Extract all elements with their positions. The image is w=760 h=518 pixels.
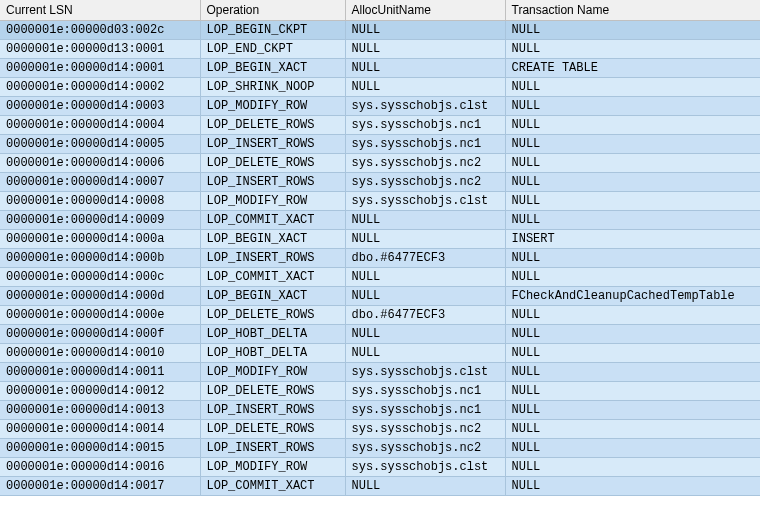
table-row[interactable]: 0000001e:00000d14:000aLOP_BEGIN_XACTNULL… [0,230,760,249]
cell-operation: LOP_MODIFY_ROW [200,97,345,116]
cell-transactionName: NULL [505,268,760,287]
cell-lsn: 0000001e:00000d14:0008 [0,192,200,211]
table-row[interactable]: 0000001e:00000d14:0004LOP_DELETE_ROWSsys… [0,116,760,135]
cell-transactionName: NULL [505,344,760,363]
cell-allocUnitName: dbo.#6477ECF3 [345,306,505,325]
table-row[interactable]: 0000001e:00000d14:0008LOP_MODIFY_ROWsys.… [0,192,760,211]
header-row: Current LSN Operation AllocUnitName Tran… [0,0,760,21]
table-row[interactable]: 0000001e:00000d03:002cLOP_BEGIN_CKPTNULL… [0,21,760,40]
cell-allocUnitName: NULL [345,477,505,496]
cell-transactionName: NULL [505,97,760,116]
cell-allocUnitName: sys.sysschobjs.clst [345,458,505,477]
cell-lsn: 0000001e:00000d14:0003 [0,97,200,116]
cell-allocUnitName: sys.sysschobjs.nc1 [345,382,505,401]
table-row[interactable]: 0000001e:00000d14:0002LOP_SHRINK_NOOPNUL… [0,78,760,97]
cell-transactionName: NULL [505,477,760,496]
log-grid[interactable]: Current LSN Operation AllocUnitName Tran… [0,0,760,496]
cell-operation: LOP_SHRINK_NOOP [200,78,345,97]
cell-operation: LOP_DELETE_ROWS [200,154,345,173]
table-row[interactable]: 0000001e:00000d14:0009LOP_COMMIT_XACTNUL… [0,211,760,230]
cell-operation: LOP_BEGIN_XACT [200,230,345,249]
table-row[interactable]: 0000001e:00000d14:000cLOP_COMMIT_XACTNUL… [0,268,760,287]
table-row[interactable]: 0000001e:00000d14:0010LOP_HOBT_DELTANULL… [0,344,760,363]
cell-transactionName: NULL [505,382,760,401]
cell-transactionName: FCheckAndCleanupCachedTempTable [505,287,760,306]
cell-allocUnitName: sys.sysschobjs.clst [345,192,505,211]
cell-operation: LOP_HOBT_DELTA [200,325,345,344]
cell-transactionName: NULL [505,401,760,420]
cell-operation: LOP_COMMIT_XACT [200,477,345,496]
cell-lsn: 0000001e:00000d14:0012 [0,382,200,401]
table-row[interactable]: 0000001e:00000d14:0016LOP_MODIFY_ROWsys.… [0,458,760,477]
cell-lsn: 0000001e:00000d14:000d [0,287,200,306]
table-row[interactable]: 0000001e:00000d13:0001LOP_END_CKPTNULLNU… [0,40,760,59]
cell-lsn: 0000001e:00000d14:0001 [0,59,200,78]
cell-allocUnitName: dbo.#6477ECF3 [345,249,505,268]
column-header-operation[interactable]: Operation [200,0,345,21]
cell-transactionName: NULL [505,78,760,97]
cell-allocUnitName: NULL [345,78,505,97]
cell-transactionName: NULL [505,363,760,382]
cell-transactionName: NULL [505,40,760,59]
table-row[interactable]: 0000001e:00000d14:0017LOP_COMMIT_XACTNUL… [0,477,760,496]
table-row[interactable]: 0000001e:00000d14:0011LOP_MODIFY_ROWsys.… [0,363,760,382]
cell-transactionName: NULL [505,116,760,135]
cell-allocUnitName: sys.sysschobjs.nc2 [345,439,505,458]
cell-transactionName: NULL [505,192,760,211]
cell-allocUnitName: sys.sysschobjs.nc2 [345,173,505,192]
table-row[interactable]: 0000001e:00000d14:0014LOP_DELETE_ROWSsys… [0,420,760,439]
cell-allocUnitName: sys.sysschobjs.clst [345,97,505,116]
cell-operation: LOP_MODIFY_ROW [200,363,345,382]
table-row[interactable]: 0000001e:00000d14:000fLOP_HOBT_DELTANULL… [0,325,760,344]
cell-lsn: 0000001e:00000d14:000e [0,306,200,325]
cell-lsn: 0000001e:00000d14:0011 [0,363,200,382]
column-header-allocunitname[interactable]: AllocUnitName [345,0,505,21]
table-row[interactable]: 0000001e:00000d14:0007LOP_INSERT_ROWSsys… [0,173,760,192]
cell-operation: LOP_INSERT_ROWS [200,439,345,458]
cell-allocUnitName: NULL [345,211,505,230]
table-row[interactable]: 0000001e:00000d14:0005LOP_INSERT_ROWSsys… [0,135,760,154]
cell-lsn: 0000001e:00000d14:0006 [0,154,200,173]
cell-operation: LOP_DELETE_ROWS [200,420,345,439]
cell-transactionName: CREATE TABLE [505,59,760,78]
cell-operation: LOP_DELETE_ROWS [200,306,345,325]
cell-lsn: 0000001e:00000d14:000b [0,249,200,268]
cell-transactionName: NULL [505,458,760,477]
cell-allocUnitName: sys.sysschobjs.clst [345,363,505,382]
cell-lsn: 0000001e:00000d14:0004 [0,116,200,135]
cell-allocUnitName: NULL [345,268,505,287]
cell-operation: LOP_MODIFY_ROW [200,458,345,477]
cell-lsn: 0000001e:00000d14:0007 [0,173,200,192]
cell-lsn: 0000001e:00000d14:0013 [0,401,200,420]
cell-allocUnitName: NULL [345,287,505,306]
table-row[interactable]: 0000001e:00000d14:0012LOP_DELETE_ROWSsys… [0,382,760,401]
cell-lsn: 0000001e:00000d14:0014 [0,420,200,439]
table-row[interactable]: 0000001e:00000d14:0001LOP_BEGIN_XACTNULL… [0,59,760,78]
cell-allocUnitName: NULL [345,344,505,363]
cell-transactionName: NULL [505,325,760,344]
table-row[interactable]: 0000001e:00000d14:000bLOP_INSERT_ROWSdbo… [0,249,760,268]
table-row[interactable]: 0000001e:00000d14:0013LOP_INSERT_ROWSsys… [0,401,760,420]
cell-allocUnitName: sys.sysschobjs.nc1 [345,135,505,154]
cell-lsn: 0000001e:00000d14:000f [0,325,200,344]
table-row[interactable]: 0000001e:00000d14:0003LOP_MODIFY_ROWsys.… [0,97,760,116]
cell-allocUnitName: sys.sysschobjs.nc1 [345,116,505,135]
cell-operation: LOP_INSERT_ROWS [200,173,345,192]
cell-operation: LOP_BEGIN_CKPT [200,21,345,40]
column-header-transactionname[interactable]: Transaction Name [505,0,760,21]
cell-allocUnitName: sys.sysschobjs.nc1 [345,401,505,420]
cell-operation: LOP_INSERT_ROWS [200,249,345,268]
cell-lsn: 0000001e:00000d14:0002 [0,78,200,97]
column-header-lsn[interactable]: Current LSN [0,0,200,21]
table-row[interactable]: 0000001e:00000d14:000eLOP_DELETE_ROWSdbo… [0,306,760,325]
cell-transactionName: NULL [505,211,760,230]
cell-operation: LOP_BEGIN_XACT [200,59,345,78]
cell-lsn: 0000001e:00000d14:000a [0,230,200,249]
table-row[interactable]: 0000001e:00000d14:000dLOP_BEGIN_XACTNULL… [0,287,760,306]
cell-transactionName: INSERT [505,230,760,249]
table-row[interactable]: 0000001e:00000d14:0006LOP_DELETE_ROWSsys… [0,154,760,173]
cell-lsn: 0000001e:00000d03:002c [0,21,200,40]
table-row[interactable]: 0000001e:00000d14:0015LOP_INSERT_ROWSsys… [0,439,760,458]
cell-allocUnitName: sys.sysschobjs.nc2 [345,420,505,439]
cell-lsn: 0000001e:00000d14:0005 [0,135,200,154]
